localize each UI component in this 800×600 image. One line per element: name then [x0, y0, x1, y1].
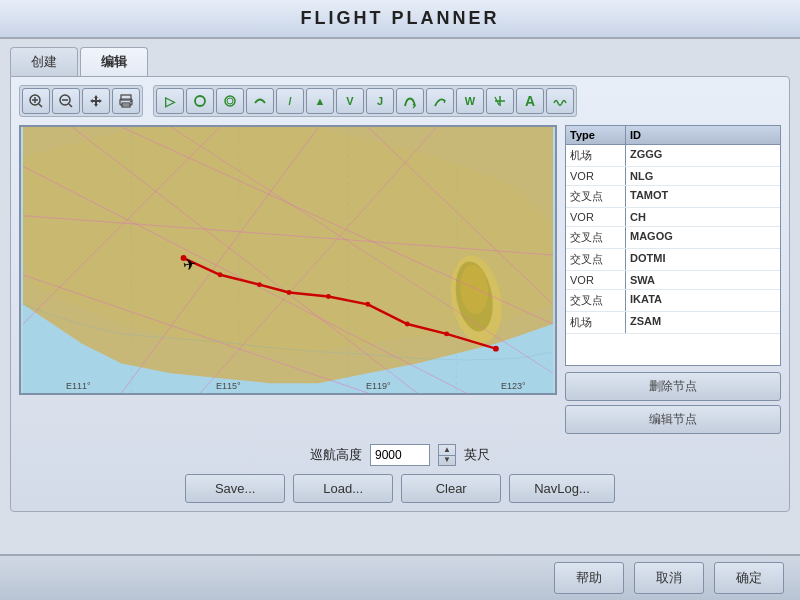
- wpt-id: ZSAM: [626, 312, 665, 333]
- print-button[interactable]: [112, 88, 140, 114]
- ok-button[interactable]: 确定: [714, 562, 784, 594]
- save-button[interactable]: Save...: [185, 474, 285, 503]
- wpt-type: VOR: [566, 167, 626, 185]
- table-row[interactable]: 机场 ZSAM: [566, 312, 780, 334]
- wpt-id: IKATA: [626, 290, 666, 311]
- altitude-up[interactable]: ▲: [439, 445, 455, 456]
- load-button[interactable]: Load...: [293, 474, 393, 503]
- wpt-type: 交叉点: [566, 227, 626, 248]
- draw-text-button[interactable]: A: [516, 88, 544, 114]
- map-label-e111: E111°: [66, 381, 91, 391]
- draw-tri-button[interactable]: ▲: [306, 88, 334, 114]
- wpt-id: MAGOG: [626, 227, 677, 248]
- svg-point-42: [365, 302, 370, 307]
- svg-point-44: [444, 331, 449, 336]
- wpt-type: VOR: [566, 208, 626, 226]
- map-label-e115: E115°: [216, 381, 241, 391]
- svg-rect-10: [130, 101, 132, 102]
- draw-w-button[interactable]: W: [456, 88, 484, 114]
- draw-j-button[interactable]: J: [366, 88, 394, 114]
- wpt-type: 机场: [566, 312, 626, 333]
- delete-node-button[interactable]: 删除节点: [565, 372, 781, 401]
- pan-button[interactable]: [82, 88, 110, 114]
- nav-tools-group: [19, 85, 143, 117]
- waypoint-table-header: Type ID: [566, 126, 780, 145]
- cancel-button[interactable]: 取消: [634, 562, 704, 594]
- svg-line-1: [39, 104, 42, 107]
- draw-curve-button[interactable]: [396, 88, 424, 114]
- draw-cross-button[interactable]: [486, 88, 514, 114]
- col-header-id: ID: [626, 126, 645, 144]
- wpt-type: 交叉点: [566, 290, 626, 311]
- waypoint-table: Type ID 机场 ZGGG VOR NLG 交叉点 TAMOT VOR CH…: [565, 125, 781, 366]
- svg-point-11: [195, 96, 205, 106]
- wpt-id: DOTMI: [626, 249, 669, 270]
- altitude-row: 巡航高度 ▲ ▼ 英尺: [19, 444, 781, 466]
- toolbar: ▷ / ▲ V J: [19, 85, 781, 117]
- table-row[interactable]: 交叉点 TAMOT: [566, 186, 780, 208]
- draw-ring-button[interactable]: [216, 88, 244, 114]
- help-button[interactable]: 帮助: [554, 562, 624, 594]
- svg-line-5: [69, 104, 72, 107]
- draw-wave-button[interactable]: [546, 88, 574, 114]
- zoom-in-button[interactable]: [22, 88, 50, 114]
- map-label-e119: E119°: [366, 381, 391, 391]
- svg-point-45: [493, 346, 499, 352]
- svg-point-40: [287, 290, 292, 295]
- main-content: 创建 编辑: [0, 39, 800, 569]
- wpt-type: 机场: [566, 145, 626, 166]
- svg-point-41: [326, 294, 331, 299]
- drawing-tools-group: ▷ / ▲ V J: [153, 85, 577, 117]
- wpt-id: ZGGG: [626, 145, 666, 166]
- table-row[interactable]: 交叉点 MAGOG: [566, 227, 780, 249]
- wpt-id: CH: [626, 208, 650, 226]
- main-panel: ▷ / ▲ V J: [10, 76, 790, 512]
- altitude-spinner[interactable]: ▲ ▼: [438, 444, 456, 466]
- wpt-id: NLG: [626, 167, 657, 185]
- action-buttons: Save... Load... Clear NavLog...: [19, 474, 781, 503]
- altitude-unit: 英尺: [464, 446, 490, 464]
- tab-create[interactable]: 创建: [10, 47, 78, 76]
- svg-point-13: [227, 98, 233, 104]
- clear-button[interactable]: Clear: [401, 474, 501, 503]
- draw-slash-button[interactable]: /: [276, 88, 304, 114]
- app-title: FLIGHT PLANNER: [0, 0, 800, 39]
- table-row[interactable]: 交叉点 IKATA: [566, 290, 780, 312]
- altitude-down[interactable]: ▼: [439, 456, 455, 466]
- draw-arc-button[interactable]: [246, 88, 274, 114]
- tab-edit[interactable]: 编辑: [80, 47, 148, 76]
- svg-point-43: [405, 322, 410, 327]
- wpt-type: 交叉点: [566, 249, 626, 270]
- wpt-id: SWA: [626, 271, 659, 289]
- side-buttons: 删除节点 编辑节点: [565, 372, 781, 434]
- side-panel: Type ID 机场 ZGGG VOR NLG 交叉点 TAMOT VOR CH…: [565, 125, 781, 434]
- table-row[interactable]: 机场 ZGGG: [566, 145, 780, 167]
- wpt-type: 交叉点: [566, 186, 626, 207]
- map-area: ✈ E111° E115° E119° E123° Type ID: [19, 125, 781, 434]
- table-row[interactable]: 交叉点 DOTMI: [566, 249, 780, 271]
- wpt-type: VOR: [566, 271, 626, 289]
- draw-line-button[interactable]: ▷: [156, 88, 184, 114]
- wpt-id: TAMOT: [626, 186, 672, 207]
- col-header-type: Type: [566, 126, 626, 144]
- altitude-label: 巡航高度: [310, 446, 362, 464]
- navlog-button[interactable]: NavLog...: [509, 474, 615, 503]
- draw-bend-button[interactable]: [426, 88, 454, 114]
- svg-point-38: [218, 272, 223, 277]
- zoom-out-button[interactable]: [52, 88, 80, 114]
- table-row[interactable]: VOR CH: [566, 208, 780, 227]
- draw-v-button[interactable]: V: [336, 88, 364, 114]
- footer: 帮助 取消 确定: [0, 554, 800, 600]
- table-row[interactable]: VOR SWA: [566, 271, 780, 290]
- waypoint-rows[interactable]: 机场 ZGGG VOR NLG 交叉点 TAMOT VOR CH 交叉点 MAG…: [566, 145, 780, 365]
- draw-circle-button[interactable]: [186, 88, 214, 114]
- tab-bar: 创建 编辑: [10, 47, 790, 76]
- map-container[interactable]: ✈ E111° E115° E119° E123°: [19, 125, 557, 395]
- map-label-e123: E123°: [501, 381, 526, 391]
- edit-node-button[interactable]: 编辑节点: [565, 405, 781, 434]
- svg-point-39: [257, 282, 262, 287]
- table-row[interactable]: VOR NLG: [566, 167, 780, 186]
- altitude-input[interactable]: [370, 444, 430, 466]
